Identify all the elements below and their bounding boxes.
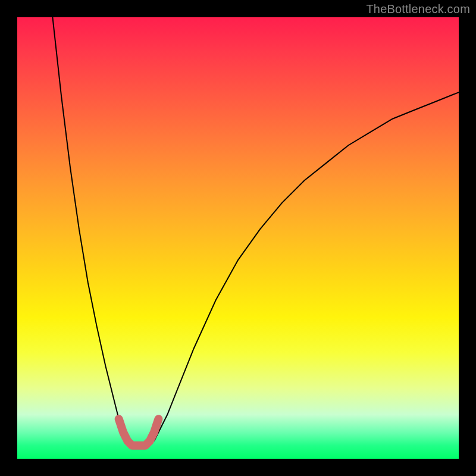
plot-gradient-background [17,17,459,459]
watermark-text: TheBottleneck.com [366,2,470,16]
chart-frame: TheBottleneck.com [0,0,476,476]
